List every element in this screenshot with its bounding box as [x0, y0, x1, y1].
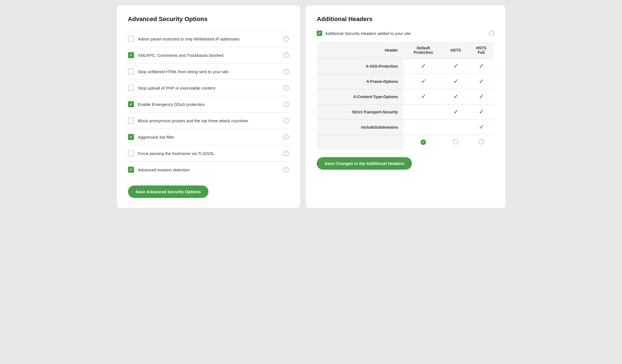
check-icon: ✓ [479, 108, 484, 115]
option-row-block-proxies: Block anonymous proxies and the top thre… [128, 113, 289, 129]
option-row-admin-panel-ip: Admin panel restricted to only Whitelist… [128, 31, 289, 47]
checkbox-ddos-protection[interactable] [128, 101, 134, 107]
col-header-default: DefaultProtection [404, 42, 443, 59]
additional-headers-title: Additional Headers [317, 16, 494, 23]
security-options-list: Admin panel restricted to only Whitelist… [128, 31, 289, 178]
help-icon-stop-php-upload[interactable]: ? [283, 85, 289, 91]
label-force-hostname: Force passing the hostname via TLS/SSL [138, 151, 215, 156]
check-icon: ✓ [453, 78, 458, 85]
row-label-includesubdomains: includeSubdomains [317, 120, 404, 135]
save-advanced-security-button[interactable]: Save Advanced Security Options [128, 185, 209, 198]
check-icon: ✓ [453, 93, 458, 100]
check-icon: ✓ [479, 93, 484, 100]
radio-row [317, 135, 494, 149]
table-row: X-XSS-Protection✓✓✓ [317, 59, 494, 74]
option-row-stop-php-upload: Stop upload of PHP or executable content… [128, 80, 289, 96]
table-row: includeSubdomains✓ [317, 120, 494, 135]
label-admin-panel-ip: Admin panel restricted to only Whitelist… [138, 37, 240, 41]
row-label-strict-transport-security: Strict-Transport-Security [317, 105, 404, 120]
check-icon: ✓ [479, 63, 484, 70]
option-row-force-hostname: Force passing the hostname via TLS/SSL? [128, 145, 289, 162]
save-headers-button[interactable]: Save Changes in the Additional Headers [317, 157, 412, 170]
enable-headers-checkbox[interactable] [317, 30, 322, 36]
checkbox-block-proxies[interactable] [128, 118, 134, 124]
row-label-x-xss-protection: X-XSS-Protection [317, 59, 404, 74]
checkbox-evasion-detection[interactable] [128, 167, 134, 173]
radio-unselected-icon[interactable] [479, 139, 484, 144]
check-icon: ✓ [479, 124, 484, 131]
option-row-bot-filter: Aggressive bot filter? [128, 129, 289, 145]
table-row: X-Content-Type-Options✓✓✓ [317, 89, 494, 105]
option-row-ddos-protection: Enable Emergency DDoS protection? [128, 96, 289, 113]
checkbox-force-hostname[interactable] [128, 150, 134, 156]
checkbox-stop-unfiltered-html[interactable] [128, 68, 134, 75]
checkbox-stop-php-upload[interactable] [128, 85, 134, 91]
help-icon-stop-unfiltered-html[interactable]: ? [283, 69, 289, 74]
advanced-security-panel: Advanced Security Options Admin panel re… [117, 6, 300, 208]
help-icon-xmlrpc-block[interactable]: ? [283, 52, 289, 58]
row-label-x-content-type-options: X-Content-Type-Options [317, 89, 404, 105]
label-stop-unfiltered-html: Stop unfiltered HTML from being sent to … [138, 69, 228, 74]
option-row-xmlrpc-block: XMLRPC, Comments and Trackbacks blocked? [128, 47, 289, 63]
checkbox-bot-filter[interactable] [128, 134, 134, 140]
check-icon: ✓ [479, 78, 484, 85]
check-icon: ✓ [421, 93, 426, 100]
checkbox-xmlrpc-block[interactable] [128, 52, 134, 58]
help-icon-evasion-detection[interactable]: ? [283, 167, 289, 172]
enable-headers-row: Additional Security Headers added to you… [317, 30, 494, 36]
radio-selected-icon[interactable] [420, 139, 426, 145]
check-icon: ✓ [421, 78, 426, 85]
table-row: X-Frame-Options✓✓✓ [317, 74, 494, 89]
row-label-x-frame-options: X-Frame-Options [317, 74, 404, 89]
option-row-evasion-detection: Advanced evasion detection? [128, 162, 289, 178]
check-icon: ✓ [421, 63, 426, 70]
label-ddos-protection: Enable Emergency DDoS protection [138, 102, 205, 107]
enable-headers-help-icon[interactable]: ? [489, 30, 494, 36]
label-evasion-detection: Advanced evasion detection [138, 167, 190, 172]
label-bot-filter: Aggressive bot filter [138, 135, 175, 139]
checkbox-admin-panel-ip[interactable] [128, 36, 134, 42]
radio-unselected-icon[interactable] [453, 139, 459, 144]
enable-headers-label: Additional Security Headers added to you… [325, 31, 411, 36]
additional-headers-panel: Additional Headers Additional Security H… [306, 6, 505, 208]
help-icon-bot-filter[interactable]: ? [283, 134, 289, 140]
label-xmlrpc-block: XMLRPC, Comments and Trackbacks blocked [138, 53, 223, 58]
col-header-hsts-full: HSTSFull [469, 42, 494, 59]
label-block-proxies: Block anonymous proxies and the top thre… [138, 118, 248, 123]
check-icon: ✓ [453, 108, 458, 115]
label-stop-php-upload: Stop upload of PHP or executable content [138, 86, 215, 90]
advanced-security-title: Advanced Security Options [128, 16, 289, 23]
help-icon-ddos-protection[interactable]: ? [283, 101, 289, 107]
headers-table: Header DefaultProtection HSTS HSTSFull X… [317, 42, 494, 149]
help-icon-admin-panel-ip[interactable]: ? [283, 36, 289, 42]
col-header-header: Header [317, 42, 404, 59]
check-icon: ✓ [453, 63, 458, 70]
option-row-stop-unfiltered-html: Stop unfiltered HTML from being sent to … [128, 63, 289, 80]
col-header-hsts: HSTS [443, 42, 469, 59]
help-icon-force-hostname[interactable]: ? [283, 151, 289, 156]
table-row: Strict-Transport-Security✓✓ [317, 105, 494, 120]
help-icon-block-proxies[interactable]: ? [283, 118, 289, 123]
